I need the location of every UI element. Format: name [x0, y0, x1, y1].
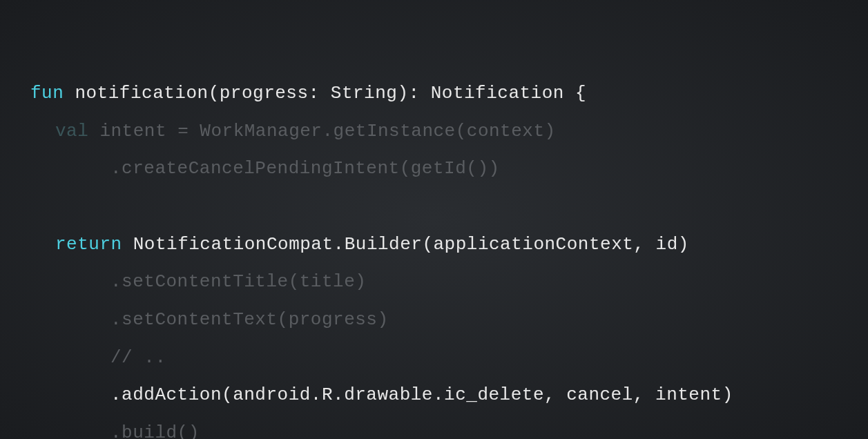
code-text: .setContentTitle(title): [110, 271, 366, 292]
code-line-9: .build(): [30, 414, 868, 439]
blank-line: [30, 188, 868, 226]
code-text: .build(): [110, 422, 200, 439]
code-text: NotificationCompat.Builder(applicationCo…: [122, 234, 689, 255]
code-block: fun notification(progress: String): Noti…: [30, 75, 868, 439]
code-line-6: .setContentText(progress): [30, 301, 868, 339]
keyword-return: return: [55, 234, 122, 255]
keyword-val: val: [55, 121, 88, 142]
code-line-1: fun notification(progress: String): Noti…: [30, 75, 868, 113]
code-line-8: .addAction(android.R.drawable.ic_delete,…: [30, 376, 868, 414]
code-line-4: return NotificationCompat.Builder(applic…: [30, 226, 868, 264]
code-text: .setContentText(progress): [110, 309, 389, 330]
keyword-fun: fun: [30, 83, 64, 104]
code-text: .createCancelPendingIntent(getId()): [110, 158, 500, 179]
code-text: notification(progress: String): Notifica…: [64, 83, 586, 104]
code-line-7: // ..: [30, 339, 868, 377]
code-line-5: .setContentTitle(title): [30, 263, 868, 301]
code-comment: // ..: [110, 347, 166, 368]
code-text: intent = WorkManager.getInstance(context…: [88, 121, 555, 142]
code-text: .addAction(android.R.drawable.ic_delete,…: [110, 384, 733, 405]
code-line-2: val intent = WorkManager.getInstance(con…: [30, 113, 868, 150]
code-line-3: .createCancelPendingIntent(getId()): [30, 150, 868, 188]
